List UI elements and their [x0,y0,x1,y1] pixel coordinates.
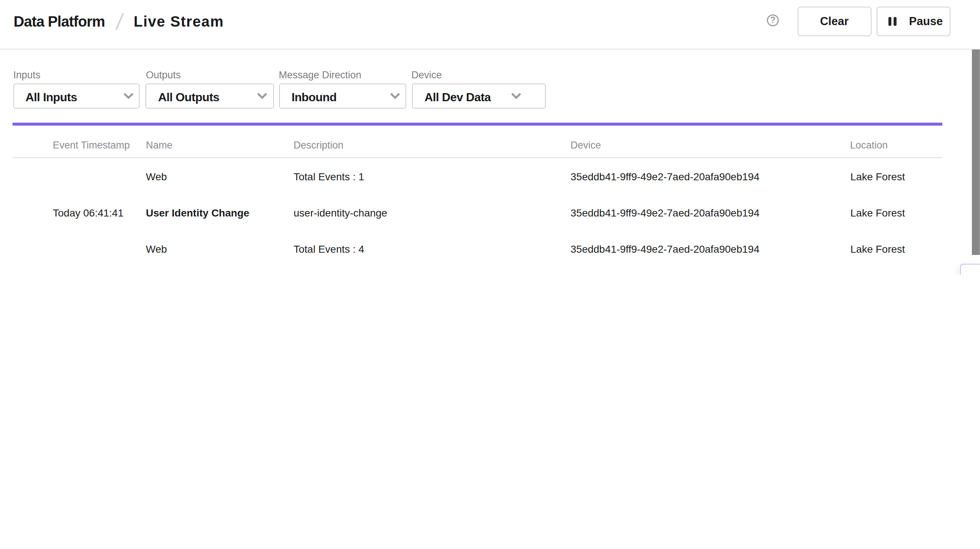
svg-text:?: ? [770,15,775,25]
